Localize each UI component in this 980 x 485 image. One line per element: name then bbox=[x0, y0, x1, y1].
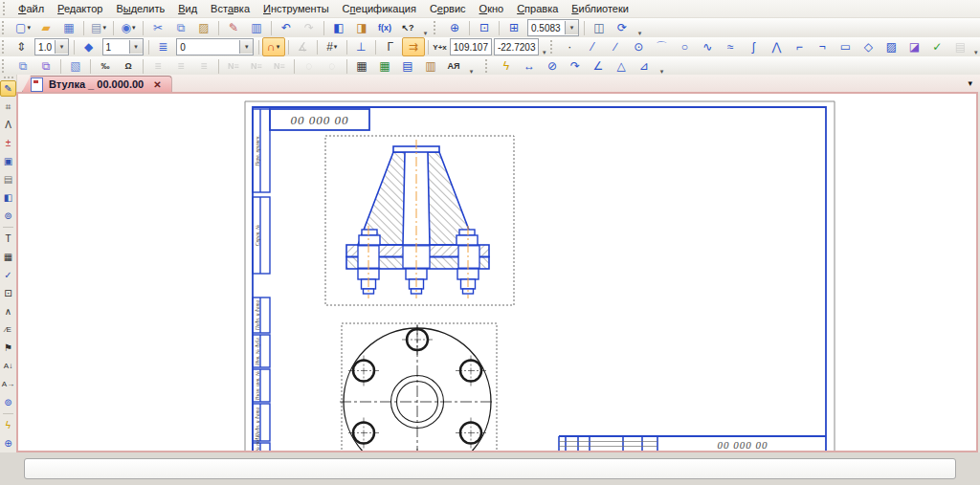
menu-инструменты[interactable]: Инструменты bbox=[256, 2, 336, 15]
properties-button[interactable]: ▥ bbox=[245, 18, 268, 37]
copy-properties-tool[interactable]: ◪ bbox=[902, 37, 925, 56]
toolbar-overflow-chevron[interactable]: ▾ bbox=[973, 39, 978, 55]
rectangle-tool[interactable]: ▭ bbox=[834, 37, 857, 56]
tab-close-icon[interactable]: ✕ bbox=[153, 79, 161, 90]
toolbar-overflow-chevron[interactable]: ▾ bbox=[467, 58, 476, 74]
panel-selection[interactable]: ◧ bbox=[0, 189, 16, 206]
tab-list-dropdown-icon[interactable]: ▾ bbox=[968, 78, 972, 88]
panel-parameterization[interactable]: ▣ bbox=[0, 153, 16, 169]
panel-flags[interactable]: ⚑ bbox=[0, 340, 16, 356]
panel-geometry[interactable]: ✎ bbox=[0, 80, 16, 97]
variables-button[interactable]: f(x) bbox=[373, 18, 396, 37]
point-tool[interactable]: · bbox=[558, 37, 581, 56]
curve-tool[interactable]: ≈ bbox=[719, 37, 742, 56]
context-help-button[interactable]: ↖? bbox=[396, 18, 419, 37]
toolbar-overflow-chevron[interactable]: ▾ bbox=[635, 20, 644, 35]
refresh-view-button[interactable]: ⟳ bbox=[611, 18, 634, 37]
zoom-scale-combo[interactable]: 0.5083▾ bbox=[527, 19, 579, 36]
menu-библиотеки[interactable]: Библиотеки bbox=[565, 2, 635, 15]
panel-dimensions[interactable]: ⌗ bbox=[0, 99, 16, 115]
spelling-button[interactable]: АЯ bbox=[442, 56, 465, 76]
current-view-button[interactable]: ◆ bbox=[78, 37, 100, 56]
mass-properties-button[interactable]: ⊿ bbox=[633, 56, 656, 76]
panel-checks[interactable]: ✓ bbox=[0, 267, 16, 283]
snap-magnet-button[interactable]: ∩▾ bbox=[262, 37, 285, 56]
local-csys-button[interactable]: ⊥ bbox=[349, 37, 372, 56]
copy-properties-button[interactable]: ⧉ bbox=[34, 56, 57, 76]
format-painter-button[interactable]: ✎ bbox=[222, 18, 245, 37]
current-view-combo-dropdown-icon[interactable]: ▾ bbox=[129, 40, 143, 54]
menu-файл[interactable]: Файл bbox=[11, 2, 51, 15]
copy-button[interactable]: ⧉ bbox=[169, 18, 192, 37]
layers-button[interactable]: ≣ bbox=[151, 37, 174, 56]
grid-button[interactable]: #▾ bbox=[321, 37, 344, 56]
libraries-manager-button[interactable]: ◨ bbox=[350, 18, 373, 37]
panel-fragment-tools[interactable]: ⊡ bbox=[0, 285, 16, 301]
menu-окно[interactable]: Окно bbox=[473, 2, 511, 15]
undo-button[interactable]: ↶ bbox=[275, 18, 298, 37]
round-coords-button[interactable]: ⇉ bbox=[402, 37, 425, 56]
arc-length-button[interactable]: ↷ bbox=[564, 56, 587, 76]
insert-word-button[interactable]: ▤ bbox=[396, 56, 419, 76]
toolbar-overflow-chevron[interactable]: ▾ bbox=[542, 39, 546, 55]
zoom-in-button[interactable]: ⊕ bbox=[443, 18, 466, 37]
panel-tables[interactable]: ▦ bbox=[0, 249, 16, 265]
zoom-page-button[interactable]: ⊡ bbox=[473, 18, 496, 37]
measure-button[interactable]: ϟ bbox=[495, 56, 518, 76]
insert-excel-button[interactable]: ▦ bbox=[373, 56, 396, 76]
arc-tool[interactable]: ⌒ bbox=[650, 37, 673, 56]
panel-text-right[interactable]: A→ bbox=[0, 376, 16, 392]
drawing-viewport[interactable]: Перв. примен. Справ. № Подп. и дата Инв.… bbox=[16, 92, 978, 452]
save-document-button[interactable]: ▦ bbox=[57, 18, 80, 37]
menu-сервис[interactable]: Сервис bbox=[423, 2, 473, 15]
panel-style-tools[interactable]: ⁄E bbox=[0, 321, 16, 338]
circle-tool[interactable]: ⊙ bbox=[627, 37, 650, 56]
toolbar-grip[interactable] bbox=[434, 21, 439, 34]
paste-button[interactable]: ▨ bbox=[192, 18, 215, 37]
new-document-button[interactable]: ▢▾ bbox=[11, 18, 34, 37]
line-scale-combo[interactable]: 1.0▾ bbox=[34, 38, 69, 55]
copy-object-button[interactable]: ⧉ bbox=[11, 56, 34, 76]
sidebar-grip[interactable] bbox=[4, 77, 13, 78]
menu-спецификация[interactable]: Спецификация bbox=[336, 2, 423, 15]
panel-center-snap[interactable]: ⊕ bbox=[0, 435, 16, 452]
polygon-tool[interactable]: ◇ bbox=[857, 37, 880, 56]
current-layer-combo[interactable]: 0▾ bbox=[176, 38, 254, 55]
toolbar-grip[interactable] bbox=[2, 59, 8, 73]
panel-associative-views[interactable]: ⊚ bbox=[0, 208, 16, 224]
toolbar-grip[interactable] bbox=[2, 21, 8, 34]
current-view-combo[interactable]: 1▾ bbox=[102, 38, 144, 55]
print-preview-button[interactable]: ◉▾ bbox=[117, 18, 140, 37]
corner-tool[interactable]: ⌐ bbox=[788, 37, 811, 56]
hatch-tool[interactable]: ▨ bbox=[880, 37, 902, 56]
bezier-tool[interactable]: ʃ bbox=[742, 37, 765, 56]
zoom-scale-combo-dropdown-icon[interactable]: ▾ bbox=[565, 21, 578, 34]
ellipse-tool[interactable]: ○ bbox=[673, 37, 696, 56]
insert-table-button[interactable]: ▦ bbox=[350, 56, 373, 76]
aux-line-tool[interactable]: ⁄ bbox=[581, 37, 604, 56]
angle-button[interactable]: ∠ bbox=[587, 56, 610, 76]
chamfer-tool[interactable]: ¬ bbox=[811, 37, 834, 56]
menu-вставка[interactable]: Вставка bbox=[204, 2, 256, 15]
ortho-mode-button[interactable]: Γ bbox=[379, 37, 402, 56]
segment-tool[interactable]: ∕ bbox=[604, 37, 627, 56]
zoom-selection-button[interactable]: ⊞ bbox=[502, 18, 525, 37]
cursor-y-field[interactable]: -22.7203 bbox=[494, 38, 539, 55]
document-tab[interactable]: Втулка _ 00.000.00 ✕ bbox=[22, 76, 172, 92]
toolbar-overflow-chevron[interactable]: ▾ bbox=[421, 20, 430, 35]
menu-вид[interactable]: Вид bbox=[171, 2, 204, 15]
panel-text-down[interactable]: A↓ bbox=[0, 358, 16, 374]
drawing-canvas[interactable]: Перв. примен. Справ. № Подп. и дата Инв.… bbox=[18, 94, 976, 451]
menu-выделить[interactable]: Выделить bbox=[109, 2, 171, 15]
distance-button[interactable]: ↔ bbox=[518, 56, 541, 76]
toolbar-overflow-chevron[interactable]: ▾ bbox=[657, 58, 666, 74]
line-scale-combo-dropdown-icon[interactable]: ▾ bbox=[55, 40, 68, 54]
style-brush-tool[interactable]: ✓ bbox=[925, 37, 948, 56]
status-message-bar[interactable] bbox=[24, 458, 956, 479]
cut-button[interactable]: ✂ bbox=[146, 18, 169, 37]
omega-button[interactable]: Ω bbox=[117, 56, 140, 76]
panel-editing[interactable]: ± bbox=[0, 135, 16, 151]
broken-line-tool[interactable]: ⋀ bbox=[765, 37, 788, 56]
save-all-button[interactable]: ◧ bbox=[327, 18, 350, 37]
insert-ole-button[interactable]: ▥ bbox=[419, 56, 442, 76]
